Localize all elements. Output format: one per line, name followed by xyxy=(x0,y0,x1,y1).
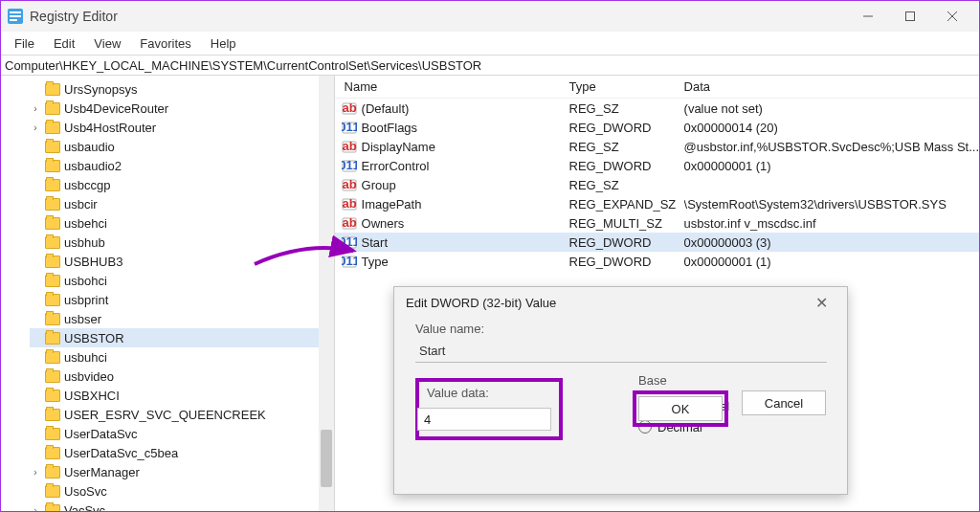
tree-item[interactable]: usbcir xyxy=(30,194,334,213)
menu-help[interactable]: Help xyxy=(201,33,246,54)
window-controls xyxy=(847,2,973,31)
svg-text:ab: ab xyxy=(342,196,356,211)
value-data: \SystemRoot\System32\drivers\USBSTOR.SYS xyxy=(684,197,979,211)
svg-text:011: 011 xyxy=(342,254,357,268)
close-button[interactable] xyxy=(931,2,973,31)
tree-item-label: Usb4HostRouter xyxy=(64,121,156,135)
col-name[interactable]: Name xyxy=(335,79,569,94)
cancel-button[interactable]: Cancel xyxy=(742,390,826,415)
tree-item-label: usbehci xyxy=(64,216,107,231)
ok-button[interactable]: OK xyxy=(638,396,723,421)
value-data-highlight: Value data: xyxy=(415,378,563,440)
minimize-button[interactable] xyxy=(847,2,889,31)
svg-text:ab: ab xyxy=(342,177,356,191)
dialog-title: Edit DWORD (32-bit) Value xyxy=(406,296,556,310)
tree-item[interactable]: usbprint xyxy=(30,290,334,309)
list-row[interactable]: abDisplayNameREG_SZ@usbstor.inf,%USBSTOR… xyxy=(335,137,979,156)
value-data-label: Value data: xyxy=(427,386,551,400)
list-row[interactable]: abOwnersREG_MULTI_SZusbstor.inf v_mscdsc… xyxy=(335,213,979,233)
tree-item[interactable]: usbaudio xyxy=(30,137,334,156)
folder-icon xyxy=(45,160,60,172)
list-row[interactable]: 011BootFlagsREG_DWORD0x00000014 (20) xyxy=(335,118,979,137)
value-name: DisplayName xyxy=(362,140,569,154)
address-text: Computer\HKEY_LOCAL_MACHINE\SYSTEM\Curre… xyxy=(5,58,481,73)
maximize-button[interactable] xyxy=(889,2,931,31)
tree-item[interactable]: ›Usb4DeviceRouter xyxy=(30,99,334,118)
value-data: (value not set) xyxy=(684,101,979,116)
tree-item[interactable]: USBHUB3 xyxy=(30,252,334,271)
menu-view[interactable]: View xyxy=(84,33,130,54)
folder-icon xyxy=(45,409,60,421)
tree-item[interactable]: usbccgp xyxy=(30,175,334,194)
value-name: ImagePath xyxy=(362,197,569,211)
svg-text:ab: ab xyxy=(342,215,356,230)
tree-item[interactable]: ›UserManager xyxy=(30,462,334,481)
value-type-icon: 011 xyxy=(341,119,358,136)
value-type-icon: ab xyxy=(341,195,358,212)
value-data: @usbstor.inf,%USBSTOR.SvcDesc%;USB Mass … xyxy=(684,140,979,154)
list-row[interactable]: abGroupREG_SZ xyxy=(335,175,979,194)
folder-icon xyxy=(45,122,60,134)
chevron-icon: › xyxy=(30,467,41,478)
tree-item[interactable]: usbhub xyxy=(30,233,334,252)
tree-item[interactable]: UrsSynopsys xyxy=(30,79,334,99)
list-row[interactable]: 011ErrorControlREG_DWORD0x00000001 (1) xyxy=(335,156,979,175)
value-type: REG_DWORD xyxy=(569,121,684,135)
folder-icon xyxy=(45,390,60,402)
tree-item[interactable]: UserDataSvc xyxy=(30,424,334,443)
menu-favorites[interactable]: Favorites xyxy=(130,33,200,54)
svg-text:011: 011 xyxy=(342,120,357,134)
tree-view[interactable]: UrsSynopsys›Usb4DeviceRouter›Usb4HostRou… xyxy=(1,76,335,512)
tree-item[interactable]: UserDataSvc_c5bea xyxy=(30,443,334,462)
menu-edit[interactable]: Edit xyxy=(44,33,84,54)
tree-item[interactable]: USER_ESRV_SVC_QUEENCREEK xyxy=(30,405,334,424)
folder-icon xyxy=(45,217,60,230)
tree-item[interactable]: usbser xyxy=(30,309,334,328)
value-type-icon: 011 xyxy=(341,253,358,270)
tree-item-label: usbhub xyxy=(64,235,105,250)
tree-item[interactable]: usbuhci xyxy=(30,347,334,367)
tree-item[interactable]: usbehci xyxy=(30,213,334,233)
tree-scrollbar[interactable] xyxy=(319,76,334,512)
value-name: (Default) xyxy=(362,101,569,116)
list-header[interactable]: Name Type Data xyxy=(335,76,979,99)
tree-item[interactable]: usbohci xyxy=(30,271,334,290)
folder-icon xyxy=(45,485,60,498)
tree-item[interactable]: usbaudio2 xyxy=(30,156,334,175)
scroll-thumb[interactable] xyxy=(321,430,332,487)
list-row[interactable]: 011TypeREG_DWORD0x00000001 (1) xyxy=(335,252,979,271)
menubar: File Edit View Favorites Help xyxy=(1,32,979,55)
tree-item[interactable]: UsoSvc xyxy=(30,481,334,501)
tree-item-label: usbuhci xyxy=(64,350,107,365)
menu-file[interactable]: File xyxy=(5,33,44,54)
tree-item[interactable]: USBXHCI xyxy=(30,386,334,405)
base-label: Base xyxy=(638,373,729,388)
value-data-field[interactable] xyxy=(417,408,551,431)
folder-icon xyxy=(45,236,60,249)
address-bar[interactable]: Computer\HKEY_LOCAL_MACHINE\SYSTEM\Curre… xyxy=(1,55,979,76)
tree-item[interactable]: usbvideo xyxy=(30,367,334,386)
svg-rect-5 xyxy=(906,12,915,21)
list-row[interactable]: ab(Default)REG_SZ(value not set) xyxy=(335,99,979,118)
list-row[interactable]: 011StartREG_DWORD0x00000003 (3) xyxy=(335,233,979,252)
value-name: Group xyxy=(362,178,569,192)
value-name: ErrorControl xyxy=(362,159,569,173)
value-data: 0x00000001 (1) xyxy=(684,159,979,173)
value-data: 0x00000014 (20) xyxy=(684,121,979,135)
tree-item[interactable]: USBSTOR xyxy=(30,328,334,347)
value-name: BootFlags xyxy=(362,121,569,135)
tree-item[interactable]: ›VacSvc xyxy=(30,501,334,512)
col-data[interactable]: Data xyxy=(684,79,979,94)
titlebar: Registry Editor xyxy=(1,1,979,32)
dialog-close-icon[interactable]: ✕ xyxy=(807,294,835,312)
value-name-field[interactable] xyxy=(415,340,827,363)
tree-item-label: USBXHCI xyxy=(64,389,120,403)
edit-dword-dialog: Edit DWORD (32-bit) Value ✕ Value name: … xyxy=(393,286,848,495)
tree-item[interactable]: ›Usb4HostRouter xyxy=(30,118,334,137)
dialog-titlebar[interactable]: Edit DWORD (32-bit) Value ✕ xyxy=(394,287,847,318)
chevron-icon: › xyxy=(30,103,41,114)
tree-item-label: USER_ESRV_SVC_QUEENCREEK xyxy=(64,408,266,422)
folder-icon xyxy=(45,83,60,96)
list-row[interactable]: abImagePathREG_EXPAND_SZ\SystemRoot\Syst… xyxy=(335,194,979,213)
col-type[interactable]: Type xyxy=(569,79,684,94)
